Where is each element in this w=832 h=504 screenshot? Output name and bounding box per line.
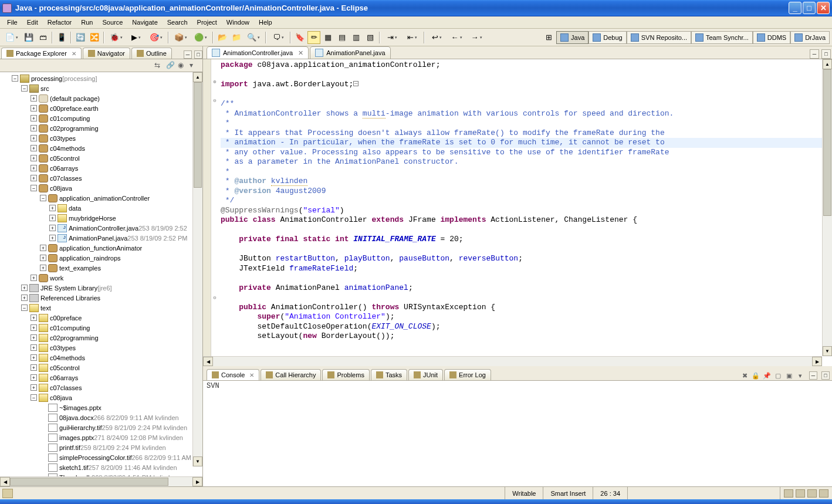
menu-run[interactable]: Run	[76, 18, 97, 27]
editor-tab-animationpanel-java[interactable]: AnimationPanel.java	[310, 46, 390, 59]
console-output[interactable]: SVN	[203, 381, 832, 486]
tree-item[interactable]: −c08java	[0, 183, 202, 193]
console-display-icon[interactable]: ▢	[773, 371, 783, 380]
tray-icon-3[interactable]	[807, 489, 817, 498]
tree-item[interactable]: +JRE System Library [jre6]	[0, 283, 202, 293]
tree-item[interactable]: +c01computing	[0, 113, 202, 123]
tray-icon-1[interactable]	[784, 489, 793, 498]
run-last-button[interactable]: 🎯	[147, 31, 165, 44]
tree-item[interactable]: sketch1.tif 257 8/20/09 11:46 AM kvlinde…	[0, 462, 202, 472]
show-whitespace-button[interactable]: ▤	[336, 31, 349, 44]
tree-item[interactable]: +c02programming	[0, 123, 202, 133]
back-button[interactable]: ←	[447, 31, 466, 44]
tree-item[interactable]: +c05control	[0, 153, 202, 163]
perspective-team-synchr-[interactable]: Team Synchr...	[691, 31, 753, 44]
tree-item[interactable]: +c03types	[0, 343, 202, 353]
new-package-button[interactable]: 📦	[171, 31, 190, 44]
editor-fold-column[interactable]: ⊕⊖⊖	[211, 59, 218, 366]
tree-item[interactable]: +(default package)	[0, 93, 202, 103]
menu-project[interactable]: Project	[192, 18, 222, 27]
view-tab-navigator[interactable]: Navigator	[83, 48, 130, 59]
view-menu-icon[interactable]: ▾	[190, 61, 199, 70]
code-content[interactable]: package c08java.application_animationCon…	[218, 59, 832, 366]
search-button[interactable]: 🔍	[244, 31, 263, 44]
console-clear-icon[interactable]: ✖	[740, 371, 749, 380]
tree-item[interactable]: guiHierarchy.tif 259 8/21/09 2:24 PM kvl…	[0, 422, 202, 432]
menu-help[interactable]: Help	[254, 18, 277, 27]
bottom-minimize-button[interactable]: ─	[809, 371, 817, 380]
minimize-button[interactable]: _	[789, 2, 801, 14]
tree-item[interactable]: +c03types	[0, 133, 202, 143]
perspective-java[interactable]: Java	[556, 31, 589, 44]
tree-item[interactable]: images.pptx 271 8/24/09 12:08 PM kvlinde…	[0, 432, 202, 442]
tree-item[interactable]: +c05control	[0, 363, 202, 373]
menu-source[interactable]: Source	[97, 18, 127, 27]
editor-maximize-button[interactable]: □	[821, 49, 831, 59]
tree-item[interactable]: +text_examples	[0, 263, 202, 273]
view-maximize-button[interactable]: □	[194, 50, 202, 59]
tree-item[interactable]: +application_raindrops	[0, 253, 202, 263]
perspective-svn-reposito-[interactable]: SVN Reposito...	[627, 31, 691, 44]
bottom-tab-tasks[interactable]: Tasks	[371, 369, 407, 380]
device-button[interactable]: 📱	[55, 31, 68, 44]
perspective-debug[interactable]: Debug	[589, 31, 626, 44]
tree-item[interactable]: +application_functionAnimator	[0, 243, 202, 253]
package-explorer-tree[interactable]: −processing [processing]−src+(default pa…	[0, 72, 202, 476]
tree-item[interactable]: printf.tif 259 8/21/09 2:24 PM kvlinden	[0, 442, 202, 452]
tree-item[interactable]: +c02programming	[0, 333, 202, 343]
annotation-button[interactable]: 🗨	[269, 31, 288, 44]
toggle-block-button[interactable]: ▦	[322, 31, 334, 44]
tree-item[interactable]: +c00preface	[0, 313, 202, 323]
tree-item[interactable]: ~$images.pptx	[0, 402, 202, 412]
menu-search[interactable]: Search	[163, 18, 192, 27]
tree-item[interactable]: 08java.docx 266 8/22/09 9:11 AM kvlinden	[0, 412, 202, 422]
menu-file[interactable]: File	[2, 18, 22, 27]
editor-minimize-button[interactable]: ─	[810, 49, 819, 59]
editor-hscrollbar[interactable]: ◀▶	[203, 356, 822, 366]
refresh-button[interactable]: 🔄	[74, 31, 87, 44]
focus-task-icon[interactable]: ◉	[178, 61, 187, 70]
tree-item[interactable]: −application_animationController	[0, 193, 202, 203]
editor-tab-animationcontroller-java[interactable]: AnimationController.java✕	[207, 46, 309, 59]
sync-button[interactable]: 🔀	[88, 31, 101, 44]
view-tab-package-explorer[interactable]: Package Explorer✕	[1, 48, 82, 59]
tree-item[interactable]: +c00preface.earth	[0, 103, 202, 113]
tree-item[interactable]: +data	[0, 203, 202, 213]
tree-item[interactable]: +Referenced Libraries	[0, 293, 202, 303]
console-menu-icon[interactable]: ▾	[796, 371, 805, 380]
tree-item[interactable]: +c07classes	[0, 383, 202, 393]
new-class-button[interactable]: 🟢	[191, 31, 210, 44]
prev-annotation-button[interactable]: ⇤	[403, 31, 421, 44]
tree-item[interactable]: −c08java	[0, 393, 202, 402]
console-pin-icon[interactable]: 📌	[762, 371, 772, 380]
toggle-breadcrumb-button[interactable]: ▧	[364, 31, 377, 44]
perspective-drjava[interactable]: DrJava	[790, 31, 830, 44]
tree-item[interactable]: +AnimationController.java 253 8/19/09 2:…	[0, 223, 202, 233]
close-button[interactable]: ✕	[817, 2, 830, 14]
console-scroll-lock-icon[interactable]: 🔒	[751, 371, 760, 380]
run-button[interactable]: ▶	[127, 31, 146, 44]
open-type-button[interactable]: 📂	[216, 31, 229, 44]
tree-item[interactable]: −text	[0, 303, 202, 313]
tree-item[interactable]: +AnimationPanel.java 253 8/19/09 2:52 PM	[0, 233, 202, 243]
console-open-icon[interactable]: ▣	[784, 371, 794, 380]
menu-refactor[interactable]: Refactor	[43, 18, 77, 27]
tree-item[interactable]: +work	[0, 273, 202, 283]
tree-item[interactable]: +c06arrays	[0, 163, 202, 173]
debug-button[interactable]: 🐞	[107, 31, 126, 44]
open-perspective-button[interactable]: ⊞	[542, 31, 555, 44]
bottom-tab-call-hierarchy[interactable]: Call Hierarchy	[261, 369, 321, 380]
show-source-button[interactable]: ▥	[350, 31, 363, 44]
maximize-button[interactable]: □	[803, 2, 816, 14]
tree-item[interactable]: +c04methods	[0, 353, 202, 363]
tree-hscrollbar[interactable]: ◀▶	[0, 476, 202, 486]
perspective-ddms[interactable]: DDMS	[753, 31, 790, 44]
open-task-button[interactable]: 📁	[230, 31, 243, 44]
collapse-all-icon[interactable]: ⇆	[154, 61, 164, 70]
tree-item[interactable]: −src	[0, 83, 202, 93]
new-button[interactable]: 📄	[2, 31, 21, 44]
view-tab-outline[interactable]: Outline	[131, 48, 172, 59]
menu-window[interactable]: Window	[222, 18, 254, 27]
tree-item[interactable]: +muybridgeHorse	[0, 213, 202, 223]
tree-item[interactable]: +c06arrays	[0, 373, 202, 383]
